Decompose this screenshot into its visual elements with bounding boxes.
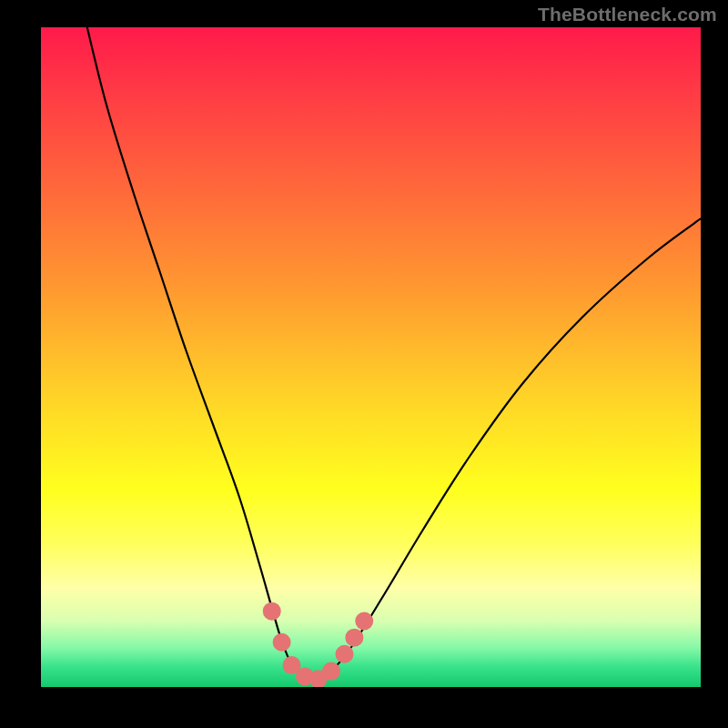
bottleneck-curve: [87, 27, 701, 680]
chart-overlay: [41, 27, 701, 687]
plot-area: [41, 27, 701, 687]
chart-frame: TheBottleneck.com: [0, 0, 728, 728]
curve-group: [87, 27, 701, 680]
watermark-text: TheBottleneck.com: [538, 4, 717, 25]
curve-marker: [322, 662, 340, 681]
curve-marker: [336, 645, 354, 663]
marker-group: [263, 602, 374, 687]
curve-marker: [345, 629, 363, 647]
curve-marker: [355, 612, 373, 631]
curve-marker: [273, 633, 291, 652]
curve-marker: [263, 602, 281, 621]
